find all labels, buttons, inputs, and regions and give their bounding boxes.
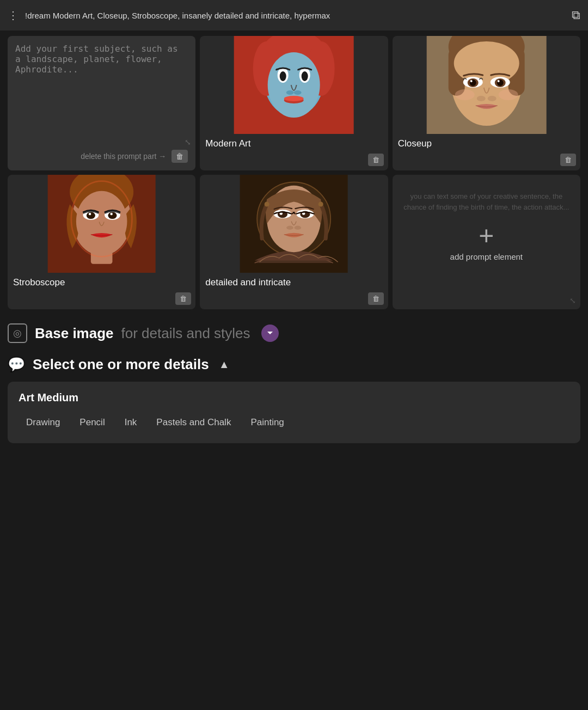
select-details-section: 💬 Select one or more details ▲ — [0, 348, 588, 378]
chat-icon: 💬 — [8, 356, 25, 373]
art-medium-title: Art Medium — [19, 391, 569, 404]
card-footer-detailed: 🗑 — [200, 290, 388, 309]
svg-point-55 — [286, 226, 293, 230]
base-image-icon: ◎ — [8, 323, 27, 343]
svg-point-30 — [455, 89, 474, 100]
base-image-section: ◎ Base image for details and styles — [0, 315, 588, 348]
image-card-closeup: Closeup 🗑 — [393, 36, 580, 170]
art-pill-pastels-chalk[interactable]: Pastels and Chalk — [149, 413, 238, 432]
art-medium-pills: Drawing Pencil Ink Pastels and Chalk Pai… — [19, 413, 569, 434]
select-details-arrow-icon[interactable]: ▲ — [219, 358, 230, 371]
delete-prompt-button[interactable]: 🗑 — [171, 150, 188, 163]
card-footer-modern-art: 🗑 — [200, 151, 388, 170]
art-pill-drawing[interactable]: Drawing — [19, 413, 68, 432]
art-pill-painting[interactable]: Painting — [243, 413, 291, 432]
svg-point-41 — [110, 213, 113, 216]
svg-point-56 — [295, 226, 302, 230]
art-medium-section: Art Medium Drawing Pencil Ink Pastels an… — [8, 382, 580, 443]
svg-point-23 — [470, 80, 472, 82]
svg-point-31 — [498, 89, 518, 100]
svg-point-28 — [476, 96, 485, 101]
add-prompt-card[interactable]: you can text some of your creative sente… — [393, 175, 580, 309]
prompt-textarea[interactable] — [15, 44, 188, 144]
card-image-detailed — [200, 175, 388, 273]
add-prompt-ghost-text: you can text some of your creative sente… — [393, 186, 580, 218]
card-label-closeup: Closeup — [393, 134, 580, 151]
select-details-title: Select one or more details — [33, 356, 209, 373]
menu-icon[interactable]: ⋮ — [8, 9, 19, 22]
resize-handle: ⤡ — [185, 138, 191, 146]
svg-point-7 — [280, 71, 286, 81]
svg-point-38 — [89, 213, 91, 216]
svg-point-35 — [76, 191, 127, 252]
svg-point-27 — [497, 80, 499, 82]
prompt-display: !dream Modern Art, Closeup, Stroboscope,… — [25, 10, 565, 21]
svg-point-48 — [318, 202, 323, 207]
add-prompt-label: add prompt element — [450, 252, 523, 261]
svg-point-37 — [87, 212, 95, 219]
delete-prompt-text: delete this prompt part → — [81, 152, 166, 161]
svg-point-29 — [487, 96, 496, 101]
base-image-subtitle: for details and styles — [121, 325, 250, 342]
svg-point-13 — [284, 96, 304, 101]
prompt-grid: ⤡ delete this prompt part → 🗑 — [0, 30, 588, 315]
delete-modern-art-button[interactable]: 🗑 — [368, 154, 384, 166]
delete-stroboscope-button[interactable]: 🗑 — [175, 292, 191, 305]
svg-point-11 — [294, 90, 302, 95]
delete-prompt-bar: delete this prompt part → 🗑 — [15, 150, 188, 163]
svg-point-47 — [265, 202, 270, 207]
card-image-stroboscope — [8, 175, 195, 273]
svg-point-5 — [268, 52, 320, 118]
image-card-detailed: detailed and intricate 🗑 — [200, 175, 388, 309]
art-pill-pencil[interactable]: Pencil — [72, 413, 112, 432]
delete-closeup-button[interactable]: 🗑 — [560, 154, 576, 166]
add-card-resize-handle: ⤡ — [569, 296, 576, 305]
svg-point-9 — [302, 71, 308, 81]
add-prompt-plus-icon: + — [479, 223, 494, 249]
card-label-detailed: detailed and intricate — [200, 273, 388, 290]
card-label-stroboscope: Stroboscope — [8, 273, 195, 290]
delete-detailed-button[interactable]: 🗑 — [368, 292, 384, 305]
card-footer-closeup: 🗑 — [393, 151, 580, 170]
svg-point-40 — [108, 212, 117, 219]
base-image-title: Base image — [35, 325, 114, 342]
image-card-modern-art: Modern Art 🗑 — [200, 36, 388, 170]
top-bar: ⋮ !dream Modern Art, Closeup, Stroboscop… — [0, 0, 588, 30]
art-pill-ink[interactable]: Ink — [117, 413, 145, 432]
card-footer-stroboscope: 🗑 — [8, 290, 195, 309]
prompt-text-card: ⤡ delete this prompt part → 🗑 — [8, 36, 195, 170]
card-label-modern-art: Modern Art — [200, 134, 388, 151]
image-card-stroboscope: Stroboscope 🗑 — [8, 175, 195, 309]
base-image-dropdown-button[interactable] — [261, 325, 279, 342]
card-image-modern-art — [200, 36, 388, 134]
card-image-closeup — [393, 36, 580, 134]
svg-point-10 — [286, 90, 294, 95]
camera-target-icon: ◎ — [13, 327, 22, 339]
copy-icon[interactable]: ⧉ — [572, 8, 580, 22]
